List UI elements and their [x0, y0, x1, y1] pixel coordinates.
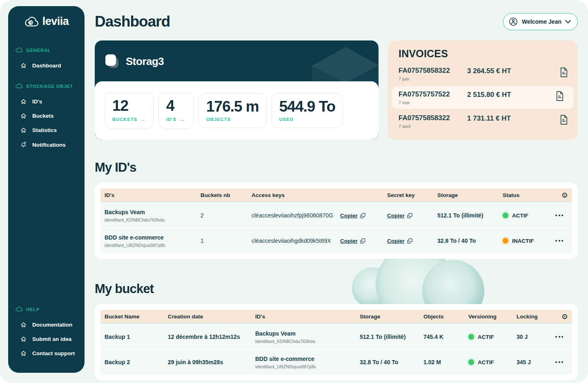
sidebar-item-label: Submit an idea — [32, 336, 71, 342]
invoice-date: 7 avril — [399, 124, 467, 129]
access-key-value: cléaccesleviiaoihgdkd09k5t89X — [252, 233, 340, 248]
status-label: ACTIF — [478, 359, 494, 365]
sidebar-item-label: Contact support — [32, 350, 75, 356]
column-header-ids: ID's — [100, 192, 200, 198]
storage-value: 512.1 To (illimité) — [437, 208, 503, 223]
column-header-versioning: Versioning — [468, 314, 517, 320]
versioning-badge: ACTIF — [468, 330, 517, 344]
invoice-number: FA07575858322 — [399, 114, 467, 122]
sidebar-item-buckets[interactable]: Buckets — [8, 109, 85, 123]
nav-section-label: STOCKAGE OBJET — [26, 84, 73, 89]
sidebar-item-ids[interactable]: ID's — [8, 94, 85, 109]
table-row: BDD site e-commerce identifiant_UBZNDsju… — [100, 228, 572, 253]
column-header-buckets-nb: Buckets nb — [200, 192, 252, 198]
stat-buckets[interactable]: 12 BUCKETS — [105, 92, 154, 129]
storage-value: 512.1 To (illimité) — [360, 329, 423, 344]
arrow-right-icon — [179, 116, 185, 123]
copy-icon — [360, 238, 365, 244]
copy-secret-key-button[interactable]: Copier — [387, 238, 412, 244]
status-label: ACTIF — [478, 334, 494, 340]
cloud-icon — [16, 83, 22, 89]
top-row: Storag3 12 BUCKETS 4 ID'S 176.5 m OBJECT… — [95, 40, 578, 140]
row-menu-button[interactable] — [555, 211, 566, 220]
row-menu-button[interactable] — [555, 357, 566, 367]
user-menu-button[interactable]: Welcome Jean — [503, 13, 578, 30]
invoice-download-button[interactable] — [560, 67, 578, 79]
invoice-date: 7 juin — [399, 76, 467, 81]
row-menu-button[interactable] — [555, 236, 566, 246]
invoice-date: 7 mai — [399, 100, 467, 105]
column-header-objects: Objects — [423, 314, 468, 320]
status-badge: INACTIF — [503, 234, 555, 248]
locking-value: 345 J — [517, 355, 555, 370]
copier-label: Copier — [340, 213, 358, 219]
home-icon — [20, 336, 27, 342]
arrow-right-icon — [140, 116, 146, 123]
copy-icon — [407, 238, 412, 244]
sidebar-item-notifications[interactable]: Notifications — [8, 137, 85, 152]
storage-stats: 12 BUCKETS 4 ID'S 176.5 m OBJECTS 544.9 … — [95, 81, 379, 140]
copier-label: Copier — [387, 238, 405, 244]
table-row: Backup 1 12 décembre à 12h12m12s Backups… — [100, 325, 572, 349]
column-header-ids: ID's — [255, 314, 360, 320]
copy-access-key-button[interactable]: Copier — [340, 213, 365, 219]
my-bucket-table: Bucket Name Creation date ID's Storage O… — [95, 304, 578, 380]
invoice-download-button[interactable] — [560, 114, 578, 126]
bucket-id-name: Backups Veam — [255, 330, 357, 337]
nav-section-help-header: HELP — [8, 307, 85, 312]
invoice-row[interactable]: FA07575858322 7 avril 1 731.11 € HT — [388, 110, 578, 133]
stat-label: USED — [279, 117, 294, 122]
creation-date: 12 décembre à 12h12m12s — [168, 329, 255, 344]
nav-section-label: HELP — [26, 307, 40, 312]
invoice-number: FA07575757522 — [399, 90, 467, 99]
table-row: Backups Veam identifiant_KDNBChdu763hda … — [100, 203, 572, 228]
table-settings-button[interactable] — [561, 312, 572, 321]
my-bucket-title: My bucket — [95, 282, 578, 296]
sidebar-item-label: ID's — [32, 99, 42, 105]
stat-value: 176.5 m — [206, 99, 259, 115]
logo-wordmark: leviia — [42, 15, 69, 28]
sidebar-item-submit-idea[interactable]: Submit an idea — [8, 332, 85, 346]
row-menu-button[interactable] — [555, 332, 566, 342]
invoice-row[interactable]: FA07575858322 7 juin 3 264.55 € HT — [388, 62, 578, 85]
bucket-identifier: identifiant_UBZNDsjusi987jdfs — [255, 364, 357, 369]
buckets-count: 2 — [200, 208, 252, 223]
invoice-download-button[interactable] — [556, 90, 574, 103]
invoice-amount: 1 731.11 € HT — [467, 114, 560, 123]
status-dot-orange — [503, 238, 508, 244]
table-settings-button[interactable] — [561, 191, 572, 199]
stat-value: 544.9 To — [279, 99, 335, 115]
copy-access-key-button[interactable]: Copier — [340, 238, 365, 244]
stat-value: 4 — [166, 98, 186, 114]
bucket-name: Backup 1 — [100, 329, 168, 344]
nav-section-general: GÉNÉRAL Dashboard — [8, 47, 85, 73]
home-icon — [20, 350, 27, 356]
cloud-icon — [16, 307, 22, 312]
id-identifier: identifiant_UBZNDsjusi987jdfs — [105, 243, 198, 248]
bucket-id-name: BDD site e-commerce — [255, 356, 357, 362]
home-icon — [20, 127, 27, 133]
leviia-logo: leviia — [8, 15, 85, 28]
sidebar-item-documentation[interactable]: Documentation — [8, 318, 85, 332]
copy-secret-key-button[interactable]: Copier — [387, 213, 412, 219]
buckets-count: 1 — [200, 233, 252, 248]
invoices-title: INVOICES — [388, 48, 578, 62]
copier-label: Copier — [340, 238, 358, 244]
id-name: Backups Veam — [105, 209, 198, 215]
stat-ids[interactable]: 4 ID'S — [158, 92, 194, 129]
nav-section-label: GÉNÉRAL — [26, 48, 51, 53]
invoice-row-selected[interactable]: FA07575757522 7 mai 2 515.80 € HT — [392, 86, 574, 109]
sidebar-item-dashboard[interactable]: Dashboard — [8, 58, 85, 73]
storage-card-title: Storag3 — [126, 55, 164, 68]
status-badge: ACTIF — [503, 208, 555, 223]
status-label: INACTIF — [512, 238, 534, 244]
sidebar-item-contact-support[interactable]: Contact support — [8, 346, 85, 361]
invoice-amount: 2 515.80 € HT — [467, 90, 556, 99]
stat-used: 544.9 To USED — [272, 93, 343, 128]
copier-label: Copier — [387, 213, 405, 219]
cloud-icon — [16, 47, 22, 53]
objects-count: 1.02 M — [423, 355, 468, 370]
sidebar-item-statistics[interactable]: Statistics — [8, 123, 85, 137]
user-menu-label: Welcome Jean — [522, 18, 561, 25]
nav-section-help: HELP Documentation Submit an idea Contac… — [8, 307, 85, 361]
